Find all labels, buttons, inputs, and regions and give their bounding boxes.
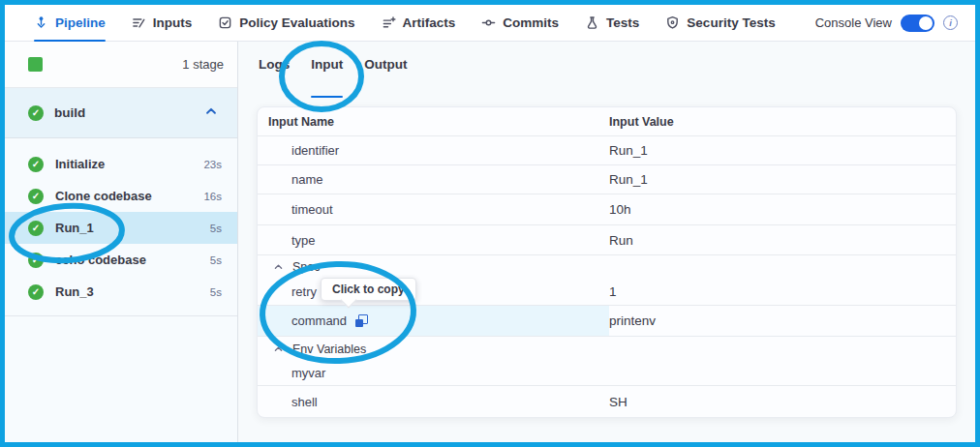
tab-commits[interactable]: Commits	[481, 5, 559, 41]
input-name-name[interactable]: name	[258, 172, 609, 187]
input-name-timeout[interactable]: timeout	[258, 202, 609, 217]
top-nav: Pipeline Inputs Policy Evaluations Artif…	[5, 5, 975, 42]
success-check-icon	[28, 284, 44, 300]
step-duration: 23s	[203, 159, 222, 170]
tab-tests[interactable]: Tests	[585, 5, 639, 41]
table-row-command: command printenv	[258, 306, 956, 337]
step-detail-panel: Logs Input Output Input Name Input Value…	[238, 42, 975, 442]
chevron-up-icon[interactable]	[204, 104, 218, 122]
stage-summary-header: 1 stage	[5, 42, 237, 88]
nav-right: Console View	[815, 5, 975, 41]
tab-label: Pipeline	[55, 15, 106, 30]
detail-tabs: Logs Input Output	[238, 42, 975, 90]
tab-label: Tests	[606, 15, 639, 30]
tooltip-label: Click to copy	[332, 283, 405, 296]
input-name-shell[interactable]: shell	[258, 395, 609, 409]
input-value: Run_1	[609, 172, 956, 187]
input-name-label: command	[291, 313, 347, 328]
section-title: Env Variables	[292, 343, 366, 356]
stage-name: build	[54, 105, 85, 120]
stage-status-square	[28, 57, 43, 72]
table-row: timeout 10h	[258, 194, 956, 225]
stage-count: 1 stage	[182, 57, 224, 72]
section-header-env-variables[interactable]: Env Variables	[258, 337, 956, 361]
success-check-icon	[28, 189, 44, 204]
input-name-type[interactable]: type	[258, 233, 609, 248]
input-value: 1	[609, 284, 956, 299]
policy-evaluations-icon	[218, 15, 232, 30]
step-name: Run_1	[55, 221, 94, 235]
info-icon[interactable]	[943, 15, 958, 30]
step-run-3[interactable]: Run_3 5s	[5, 276, 237, 308]
commits-icon	[481, 15, 496, 30]
step-initialize[interactable]: Initialize 23s	[5, 148, 237, 180]
tab-label: Policy Evaluations	[239, 15, 354, 30]
app-window: Pipeline Inputs Policy Evaluations Artif…	[0, 0, 980, 447]
inputs-icon	[132, 15, 146, 30]
input-name-command[interactable]: command	[258, 306, 609, 336]
tab-security-tests[interactable]: Security Tests	[665, 5, 775, 41]
table-row: name Run_1	[258, 165, 956, 194]
input-value: printenv	[609, 313, 956, 328]
column-header-input-name: Input Name	[258, 115, 609, 129]
column-header-input-value: Input Value	[609, 115, 956, 129]
input-value: Run_1	[609, 143, 956, 158]
chevron-up-icon	[273, 261, 284, 272]
security-tests-icon	[665, 15, 680, 30]
pipeline-icon	[34, 15, 48, 30]
step-name: echo codebase	[55, 253, 146, 267]
tab-label: Inputs	[153, 15, 193, 30]
tab-policy-evaluations[interactable]: Policy Evaluations	[218, 5, 354, 41]
success-check-icon	[28, 105, 44, 121]
tab-inputs[interactable]: Inputs	[132, 5, 193, 41]
tab-label: Commits	[503, 15, 559, 30]
tab-input[interactable]: Input	[311, 57, 343, 90]
input-name-retry[interactable]: retry	[258, 284, 609, 299]
artifacts-icon	[382, 15, 396, 30]
copy-icon[interactable]	[355, 314, 368, 327]
table-row: shell SH	[258, 386, 956, 418]
step-echo-codebase[interactable]: echo codebase 5s	[5, 244, 237, 276]
chevron-up-icon	[273, 343, 284, 354]
input-name-myvar[interactable]: myvar	[258, 366, 609, 380]
step-duration: 16s	[203, 191, 222, 202]
input-table-card: Input Name Input Value identifier Run_1 …	[257, 106, 957, 418]
input-name-identifier[interactable]: identifier	[258, 143, 609, 158]
tests-icon	[585, 15, 599, 30]
table-header-row: Input Name Input Value	[258, 107, 956, 136]
console-view-toggle[interactable]	[901, 15, 934, 32]
execution-sidebar: 1 stage build Initialize 23s Clone codeb…	[5, 42, 238, 442]
table-row: identifier Run_1	[258, 136, 956, 165]
tab-label: Security Tests	[687, 15, 775, 30]
success-check-icon	[28, 221, 44, 236]
step-run-1[interactable]: Run_1 5s	[5, 212, 237, 244]
table-row: myvar	[258, 361, 956, 386]
tab-logs[interactable]: Logs	[259, 57, 290, 90]
tab-output[interactable]: Output	[364, 57, 407, 90]
success-check-icon	[28, 157, 44, 172]
tab-artifacts[interactable]: Artifacts	[382, 5, 456, 41]
step-duration: 5s	[210, 223, 222, 234]
step-list: Initialize 23s Clone codebase 16s Run_1 …	[5, 138, 237, 316]
table-row: type Run	[258, 225, 956, 255]
input-value: Run	[609, 233, 956, 248]
section-header-spec[interactable]: Spec	[258, 255, 956, 278]
input-value: SH	[609, 395, 956, 409]
success-check-icon	[28, 253, 44, 268]
step-name: Run_3	[55, 284, 94, 299]
console-view-label: Console View	[815, 15, 892, 30]
input-value: 10h	[609, 202, 956, 217]
tab-label: Artifacts	[403, 15, 456, 30]
step-name: Clone codebase	[55, 189, 152, 203]
step-clone-codebase[interactable]: Clone codebase 16s	[5, 180, 237, 212]
step-duration: 5s	[210, 254, 222, 266]
step-duration: 5s	[210, 286, 222, 298]
stage-row-build[interactable]: build	[5, 88, 237, 138]
click-to-copy-tooltip: Click to copy	[321, 278, 416, 301]
section-title: Spec	[292, 260, 321, 274]
step-name: Initialize	[55, 157, 105, 171]
tab-pipeline[interactable]: Pipeline	[34, 5, 106, 41]
